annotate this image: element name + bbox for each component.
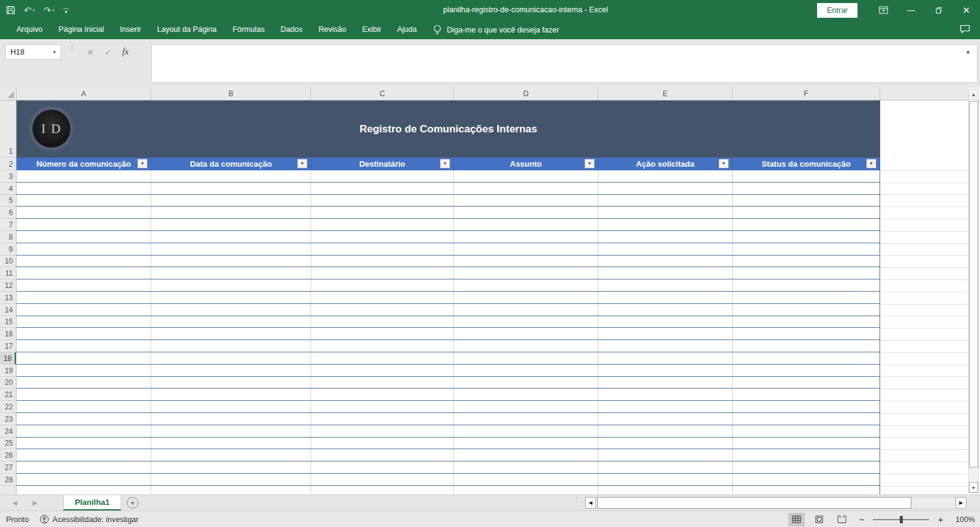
cell[interactable] bbox=[311, 231, 454, 243]
cell[interactable] bbox=[151, 377, 311, 389]
cell[interactable] bbox=[311, 207, 454, 218]
cell[interactable] bbox=[17, 316, 151, 328]
cell[interactable] bbox=[733, 377, 880, 389]
cell[interactable] bbox=[454, 219, 598, 230]
cell[interactable] bbox=[311, 365, 454, 376]
cell[interactable] bbox=[454, 438, 598, 449]
cell[interactable] bbox=[454, 304, 598, 316]
cell[interactable] bbox=[454, 365, 598, 376]
cell[interactable] bbox=[598, 304, 733, 316]
scroll-up-icon[interactable]: ▲ bbox=[969, 89, 978, 100]
cell[interactable] bbox=[311, 389, 454, 400]
cell[interactable] bbox=[17, 170, 151, 182]
cell[interactable] bbox=[311, 352, 454, 364]
cell[interactable] bbox=[17, 292, 151, 303]
cell[interactable] bbox=[733, 304, 880, 316]
insert-function-icon[interactable]: fx bbox=[123, 47, 129, 57]
cell[interactable] bbox=[598, 389, 733, 400]
cell[interactable] bbox=[454, 279, 598, 291]
zoom-in-button[interactable]: + bbox=[935, 514, 946, 525]
menu-tab-fórmulas[interactable]: Fórmulas bbox=[225, 20, 273, 39]
cell[interactable] bbox=[733, 461, 880, 473]
cell[interactable] bbox=[151, 304, 311, 316]
table-header-cell[interactable]: Data da comunicação▼ bbox=[151, 157, 311, 170]
sheet-nav-right-icon[interactable]: ▶ bbox=[28, 495, 42, 510]
cell[interactable] bbox=[733, 401, 880, 412]
cell[interactable] bbox=[17, 207, 151, 218]
collapse-formula-bar-icon[interactable]: ▲ bbox=[965, 48, 971, 55]
cell[interactable] bbox=[151, 486, 311, 495]
row-header-13[interactable]: 13 bbox=[0, 292, 16, 304]
save-icon[interactable] bbox=[6, 6, 15, 15]
cell[interactable] bbox=[17, 389, 151, 400]
page-break-view-button[interactable] bbox=[834, 513, 850, 526]
zoom-out-button[interactable]: − bbox=[856, 514, 867, 525]
cell[interactable] bbox=[598, 243, 733, 255]
cell[interactable] bbox=[311, 425, 454, 437]
column-header-D[interactable]: D bbox=[454, 88, 598, 100]
cell[interactable] bbox=[311, 195, 454, 207]
cell[interactable] bbox=[151, 365, 311, 376]
cell[interactable] bbox=[733, 425, 880, 437]
accessibility-status[interactable]: Acessibilidade: investigar bbox=[40, 515, 138, 524]
cell[interactable] bbox=[151, 401, 311, 412]
cell[interactable] bbox=[17, 243, 151, 255]
name-box-dropdown-icon[interactable]: ▼ bbox=[48, 50, 61, 55]
cell[interactable] bbox=[454, 256, 598, 267]
cell[interactable] bbox=[598, 316, 733, 328]
cell[interactable] bbox=[311, 279, 454, 291]
cell[interactable] bbox=[454, 401, 598, 412]
cell[interactable] bbox=[151, 389, 311, 400]
cell[interactable] bbox=[151, 183, 311, 194]
cell[interactable] bbox=[311, 486, 454, 495]
row-header-4[interactable]: 4 bbox=[0, 183, 16, 195]
cell[interactable] bbox=[151, 195, 311, 207]
cell[interactable] bbox=[151, 243, 311, 255]
cell[interactable] bbox=[454, 461, 598, 473]
minimize-button[interactable]: — bbox=[897, 0, 925, 20]
cell[interactable] bbox=[17, 449, 151, 461]
select-all-button[interactable] bbox=[0, 88, 17, 100]
cell[interactable] bbox=[311, 449, 454, 461]
column-header-E[interactable]: E bbox=[598, 88, 733, 100]
row-header-5[interactable]: 5 bbox=[0, 195, 16, 207]
menu-tab-arquivo[interactable]: Arquivo bbox=[9, 20, 50, 39]
cell[interactable] bbox=[311, 267, 454, 279]
cell[interactable] bbox=[454, 389, 598, 400]
row-header-partial[interactable] bbox=[0, 486, 16, 495]
cell[interactable] bbox=[733, 328, 880, 339]
cell[interactable] bbox=[733, 292, 880, 303]
row-header-15[interactable]: 15 bbox=[0, 316, 16, 328]
menu-tab-inserir[interactable]: Inserir bbox=[112, 20, 149, 39]
cell[interactable] bbox=[311, 413, 454, 425]
filter-dropdown-icon[interactable]: ▼ bbox=[137, 159, 148, 169]
row-header-22[interactable]: 22 bbox=[0, 401, 16, 413]
tabbar-resize-handle[interactable]: ⋮ bbox=[573, 498, 578, 501]
row-header-2[interactable]: 2 bbox=[0, 157, 16, 170]
cell[interactable] bbox=[598, 219, 733, 230]
filter-dropdown-icon[interactable]: ▼ bbox=[297, 159, 307, 169]
cell[interactable] bbox=[733, 365, 880, 376]
cell[interactable] bbox=[151, 413, 311, 425]
cell[interactable] bbox=[733, 340, 880, 352]
table-header-cell[interactable]: Assunto▼ bbox=[454, 157, 598, 170]
cell[interactable] bbox=[454, 267, 598, 279]
cell[interactable] bbox=[454, 207, 598, 218]
ribbon-display-options-icon[interactable] bbox=[870, 0, 897, 20]
table-header-cell[interactable]: Ação solicitada▼ bbox=[598, 157, 733, 170]
menu-tab-exibir[interactable]: Exibir bbox=[354, 20, 389, 39]
cell[interactable] bbox=[598, 170, 733, 182]
cancel-icon[interactable]: ✕ bbox=[87, 48, 94, 57]
cell[interactable] bbox=[17, 183, 151, 194]
cell[interactable] bbox=[454, 474, 598, 485]
cell[interactable] bbox=[454, 170, 598, 182]
cell[interactable] bbox=[598, 340, 733, 352]
cell[interactable] bbox=[151, 474, 311, 485]
cell[interactable] bbox=[598, 449, 733, 461]
row-header-17[interactable]: 17 bbox=[0, 340, 16, 352]
row-header-12[interactable]: 12 bbox=[0, 279, 16, 292]
cell[interactable] bbox=[733, 449, 880, 461]
cell[interactable] bbox=[733, 183, 880, 194]
filter-dropdown-icon[interactable]: ▼ bbox=[866, 159, 876, 169]
row-header-6[interactable]: 6 bbox=[0, 207, 16, 219]
